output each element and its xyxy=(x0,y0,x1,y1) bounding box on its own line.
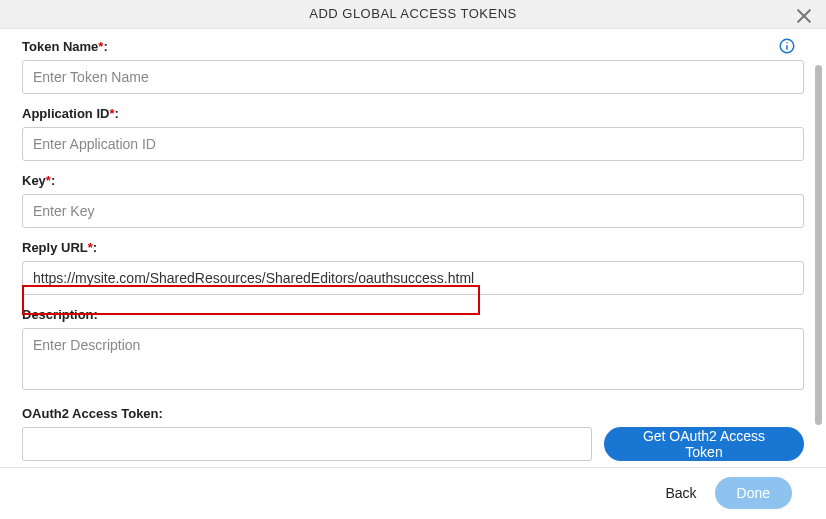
application-id-label: Application ID*: xyxy=(22,106,804,121)
field-oauth-token: OAuth2 Access Token: Get OAuth2 Access T… xyxy=(22,406,804,461)
key-label: Key*: xyxy=(22,173,804,188)
back-button[interactable]: Back xyxy=(665,485,696,501)
vertical-scrollbar[interactable] xyxy=(815,65,822,425)
dialog-footer: Back Done xyxy=(0,467,826,519)
field-reply-url: Reply URL*: xyxy=(22,240,804,295)
application-id-input[interactable] xyxy=(22,127,804,161)
svg-point-4 xyxy=(786,42,788,44)
get-oauth-token-button[interactable]: Get OAuth2 Access Token xyxy=(604,427,804,461)
add-global-access-tokens-dialog: ADD GLOBAL ACCESS TOKENS Token Name*: xyxy=(0,0,826,519)
token-name-label: Token Name*: xyxy=(22,39,804,54)
reply-url-input[interactable] xyxy=(22,261,804,295)
field-key: Key*: xyxy=(22,173,804,228)
dialog-header: ADD GLOBAL ACCESS TOKENS xyxy=(0,0,826,29)
oauth-token-input[interactable] xyxy=(22,427,592,461)
field-description: Description: xyxy=(22,307,804,394)
key-input[interactable] xyxy=(22,194,804,228)
oauth-token-label: OAuth2 Access Token: xyxy=(22,406,804,421)
description-input[interactable] xyxy=(22,328,804,390)
dialog-body: Token Name*: Application ID*: Key*: Repl… xyxy=(0,29,826,467)
dialog-title: ADD GLOBAL ACCESS TOKENS xyxy=(309,6,517,21)
info-icon[interactable] xyxy=(778,37,796,55)
close-icon[interactable] xyxy=(794,6,816,28)
reply-url-label: Reply URL*: xyxy=(22,240,804,255)
token-name-input[interactable] xyxy=(22,60,804,94)
field-application-id: Application ID*: xyxy=(22,106,804,161)
field-token-name: Token Name*: xyxy=(22,39,804,94)
description-label: Description: xyxy=(22,307,804,322)
done-button[interactable]: Done xyxy=(715,477,792,509)
